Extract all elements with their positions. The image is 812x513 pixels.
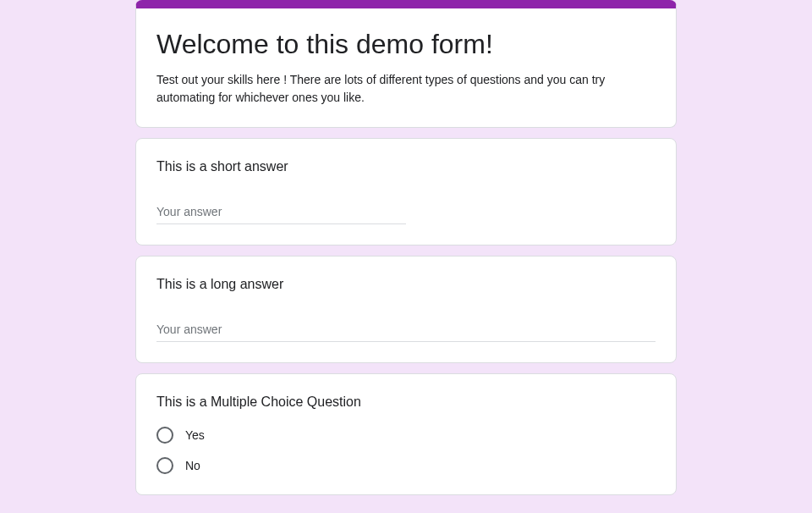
question-title: This is a long answer bbox=[156, 277, 656, 292]
multiple-choice-card: This is a Multiple Choice Question Yes N… bbox=[135, 373, 677, 495]
long-answer-card: This is a long answer bbox=[135, 256, 677, 363]
radio-icon bbox=[156, 457, 173, 474]
radio-option-yes[interactable]: Yes bbox=[156, 427, 656, 444]
form-description: Test out your skills here ! There are lo… bbox=[156, 71, 656, 107]
question-title: This is a short answer bbox=[156, 159, 656, 174]
radio-icon bbox=[156, 427, 173, 444]
question-title: This is a Multiple Choice Question bbox=[156, 394, 656, 410]
form-container: Welcome to this demo form! Test out your… bbox=[135, 0, 677, 495]
form-title: Welcome to this demo form! bbox=[156, 27, 656, 61]
radio-label: Yes bbox=[185, 428, 205, 442]
short-answer-card: This is a short answer bbox=[135, 138, 677, 245]
radio-label: No bbox=[185, 459, 200, 472]
form-header-card: Welcome to this demo form! Test out your… bbox=[135, 0, 677, 128]
radio-option-no[interactable]: No bbox=[156, 457, 656, 474]
long-answer-input[interactable] bbox=[156, 317, 656, 342]
short-answer-input[interactable] bbox=[156, 200, 406, 224]
